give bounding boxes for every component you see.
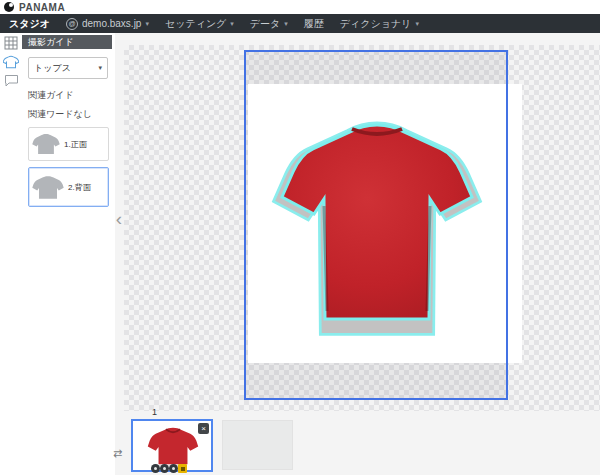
refresh-icon[interactable]: ⇄ — [113, 447, 122, 459]
thumb-index-label: 1 — [152, 407, 157, 417]
chevron-down-icon: ▾ — [415, 20, 419, 28]
category-select-value: トップス — [34, 62, 71, 75]
close-icon[interactable]: × — [198, 423, 209, 434]
canvas-area: ‹ 1 ⇄ × — [115, 33, 600, 475]
nav-item-label: データ — [250, 17, 280, 31]
related-guide-label: 関連ガイド — [28, 89, 115, 102]
studio-app: PANAMA スタジオ @ demo.baxs.jp ▾ セッティング ▾ デー… — [0, 0, 600, 475]
brand-name: PANAMA — [19, 2, 65, 13]
thumb-action-bar — [151, 464, 187, 473]
nav-item-data[interactable]: データ ▾ — [250, 17, 288, 31]
nav-account-menu[interactable]: @ demo.baxs.jp ▾ — [66, 18, 149, 30]
nav-item-settings[interactable]: セッティング ▾ — [165, 17, 234, 31]
chevron-down-icon: ▾ — [230, 20, 234, 28]
nav-item-label: 履歴 — [304, 17, 324, 31]
related-words-label: 関連ワードなし — [28, 108, 115, 121]
rotate-left-icon[interactable] — [151, 464, 160, 473]
chevron-down-icon: ▾ — [284, 20, 288, 28]
panel-title: 撮影ガイド — [22, 35, 112, 49]
guide-card-front[interactable]: 1.正面 — [28, 127, 109, 161]
nav-item-label: ディクショナリ — [340, 17, 412, 31]
rotate-right-icon[interactable] — [160, 464, 169, 473]
guide-card-label: 2.背面 — [68, 182, 91, 193]
shooting-guide-panel: 撮影ガイド トップス ▾ 関連ガイド 関連ワードなし 1.正面 2.背面 — [22, 33, 115, 475]
nav-account-label: demo.baxs.jp — [82, 18, 141, 29]
nav-item-dictionary[interactable]: ディクショナリ ▾ — [340, 17, 419, 31]
comment-icon[interactable] — [4, 74, 19, 87]
tool-rail — [0, 33, 22, 475]
tshirt-icon — [32, 174, 64, 201]
brand-bar: PANAMA — [0, 0, 600, 14]
preview-icon[interactable] — [169, 464, 178, 473]
tshirt-icon[interactable] — [3, 55, 19, 69]
tshirt-icon — [32, 132, 60, 156]
tshirt-front-thumb — [147, 425, 199, 467]
category-select[interactable]: トップス ▾ — [28, 57, 108, 79]
nav-item-label: セッティング — [165, 17, 226, 31]
chevron-down-icon: ▾ — [98, 64, 102, 72]
grid-icon[interactable] — [4, 36, 18, 50]
empty-thumbnail-slot[interactable] — [222, 420, 293, 470]
top-nav: スタジオ @ demo.baxs.jp ▾ セッティング ▾ データ ▾ 履歴 … — [0, 14, 600, 33]
at-circle-icon: @ — [66, 18, 78, 30]
chevron-down-icon: ▾ — [145, 20, 149, 28]
selection-rect[interactable] — [244, 50, 508, 400]
color-chip-icon[interactable] — [178, 464, 187, 473]
guide-card-label: 1.正面 — [64, 139, 87, 150]
nav-item-history[interactable]: 履歴 — [304, 17, 324, 31]
nav-app-title[interactable]: スタジオ — [9, 17, 50, 31]
prev-page-chevron[interactable]: ‹ — [111, 209, 127, 228]
panama-logo-icon — [4, 2, 14, 12]
guide-card-back[interactable]: 2.背面 — [28, 167, 109, 207]
